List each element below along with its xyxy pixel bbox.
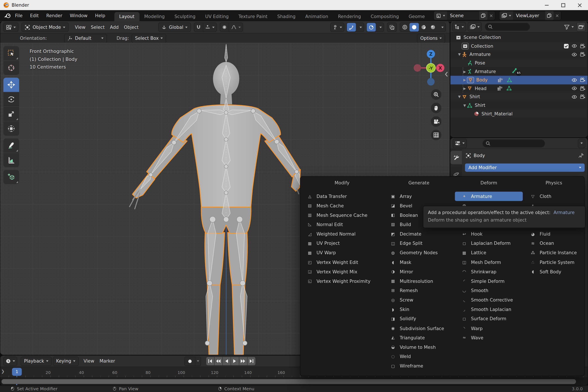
menu-item[interactable]: ◩ Decimate — [384, 229, 454, 239]
camera-icon[interactable] — [580, 86, 586, 91]
camera-icon[interactable] — [580, 77, 586, 82]
scene-icon[interactable] — [434, 11, 447, 20]
disclosure-closed-icon[interactable]: ▶ — [462, 78, 467, 82]
menu-item[interactable]: ≈ Wave — [455, 333, 523, 342]
drag-mode-dropdown[interactable]: Select Box — [132, 34, 166, 43]
pan-button[interactable] — [431, 103, 442, 113]
outliner-row-shirt-object[interactable]: ▼ Shirt — [450, 93, 588, 101]
disclosure-closed-icon[interactable]: ▶ — [462, 86, 467, 90]
snap-toggle[interactable] — [194, 23, 203, 32]
menu-item[interactable]: ◻ Laplacian Deform — [455, 239, 523, 248]
viewlayer-remove-button[interactable]: × — [554, 13, 561, 18]
menu-item[interactable]: ◗ Skin — [384, 305, 454, 314]
eye-icon[interactable] — [572, 43, 577, 49]
menu-item[interactable]: ◕ Fluid — [524, 229, 584, 239]
overlays-toggle[interactable] — [367, 23, 376, 32]
main-menu-item[interactable]: File — [11, 13, 26, 18]
properties-options-dropdown[interactable] — [578, 138, 586, 148]
menu-item[interactable]: ◒ Volume to Mesh — [384, 342, 454, 352]
menu-item[interactable]: ▦ Lattice — [455, 248, 523, 258]
timeline-editor-type[interactable] — [4, 356, 18, 366]
workspace-tab[interactable]: Modeling — [139, 12, 170, 22]
properties-search-input[interactable] — [483, 139, 545, 147]
viewlayer-name[interactable]: ViewLayer — [513, 13, 545, 18]
pin-icon[interactable] — [578, 152, 584, 158]
overlays-settings[interactable] — [376, 23, 384, 32]
menu-item[interactable]: ▩ UV Warp — [300, 248, 384, 258]
eye-icon[interactable] — [572, 77, 577, 83]
tab-modifiers[interactable] — [450, 151, 462, 164]
menu-item[interactable]: ◝ Warp — [455, 324, 523, 333]
eye-icon[interactable] — [572, 52, 577, 58]
viewlayer-copy-button[interactable] — [545, 11, 554, 20]
outliner-row-collection[interactable]: Collection — [450, 42, 588, 50]
menu-item[interactable]: ◖ Soft Body — [524, 267, 584, 276]
main-menu-item[interactable]: Render — [42, 13, 66, 18]
shading-solid[interactable] — [410, 23, 419, 32]
viewport-menu-item[interactable]: Add — [107, 23, 121, 32]
minimize-button[interactable] — [538, 0, 555, 10]
scene-name[interactable]: Scene — [447, 13, 479, 18]
menu-item[interactable]: ◫ Edge Split — [384, 239, 454, 248]
menu-item[interactable]: ▦ UV Project — [300, 239, 384, 248]
menu-item[interactable]: ◑ Mirror — [384, 267, 454, 276]
workspace-tab[interactable]: UV Editing — [200, 12, 234, 22]
menu-item[interactable]: ⁂ Particle Instance — [524, 248, 584, 258]
play-reverse-button[interactable] — [223, 357, 230, 365]
disclosure-closed-icon[interactable]: ▶ — [462, 70, 467, 73]
menu-item[interactable]: ◿ Weighted Normal — [300, 229, 384, 239]
gizmos-toggle[interactable] — [347, 23, 356, 32]
outliner-filter-dropdown[interactable] — [564, 24, 574, 30]
shading-settings[interactable] — [438, 23, 446, 32]
menu-item[interactable]: ◖ Mask — [384, 258, 454, 267]
menu-item[interactable]: ▢ Wireframe — [384, 361, 454, 371]
menu-item[interactable]: ◨ Solidify — [384, 314, 454, 324]
outliner-search-input[interactable] — [485, 23, 530, 31]
previous-keyframe-button[interactable] — [214, 357, 222, 365]
menu-item[interactable]: ⊞ Remesh — [384, 286, 454, 295]
outliner-row-scene-collection[interactable]: Scene Collection — [450, 33, 588, 42]
timeline-expand-icon[interactable]: ❯ — [1, 369, 4, 374]
menu-item[interactable]: ◜ Simple Deform — [455, 276, 523, 286]
tool-move[interactable] — [4, 78, 19, 92]
current-frame-indicator[interactable]: 1 — [12, 368, 22, 376]
camera-icon[interactable] — [580, 94, 586, 100]
collapse-region-icon[interactable] — [444, 71, 448, 77]
tool-select-box[interactable] — [4, 46, 19, 60]
outliner-filter-mode[interactable] — [468, 22, 482, 32]
scene-selector[interactable]: Scene × — [434, 11, 495, 20]
tool-rotate[interactable] — [4, 92, 19, 106]
viewport-menu-item[interactable]: View — [72, 23, 88, 32]
menu-item[interactable]: ∴ Particle System — [524, 258, 584, 267]
eye-icon[interactable] — [572, 86, 577, 91]
play-button[interactable] — [231, 357, 239, 365]
outliner-row-head[interactable]: ▶ Head — [450, 84, 588, 93]
menu-item[interactable]: ◎ Screw — [384, 295, 454, 305]
menu-item[interactable]: ◞ Smooth Laplacian — [455, 305, 523, 314]
navigation-gizmo[interactable]: Z X -Y — [403, 46, 444, 86]
transform-orientation-selector[interactable]: Global — [158, 22, 191, 32]
menu-item[interactable]: ≋ Ocean — [524, 239, 584, 248]
menu-item[interactable]: ▽ Cloth — [524, 192, 584, 201]
menu-item[interactable]: ▦ Multiresolution — [384, 276, 454, 286]
viewport-menu-item[interactable]: Object — [121, 23, 141, 32]
zoom-button[interactable] — [431, 89, 442, 100]
mode-selector[interactable]: Object Mode — [21, 22, 68, 32]
scene-unlink-button[interactable]: × — [488, 13, 495, 18]
viewlayer-selector[interactable]: ViewLayer × — [499, 11, 561, 20]
menu-item[interactable]: ◠ Shrinkwrap — [455, 267, 523, 276]
marker-menu[interactable]: Marker — [97, 357, 118, 365]
main-menu-item[interactable]: Edit — [26, 13, 42, 18]
menu-item[interactable]: ✦ Armature — [455, 192, 523, 201]
shading-wireframe[interactable] — [400, 23, 410, 32]
tool-annotate[interactable] — [4, 138, 19, 152]
viewlayer-icon[interactable] — [500, 11, 513, 20]
new-collection-button[interactable] — [576, 22, 586, 32]
breadcrumb-object-name[interactable]: Body — [474, 153, 485, 158]
menu-item[interactable]: ◭ Triangulate — [384, 333, 454, 342]
keying-menu[interactable]: Keying — [53, 356, 79, 366]
tool-measure[interactable] — [4, 153, 19, 167]
menu-item[interactable]: ◱ Vertex Weight Proximity — [300, 276, 384, 286]
timeline-scrollbar[interactable] — [2, 379, 576, 384]
xray-toggle[interactable] — [387, 22, 397, 32]
